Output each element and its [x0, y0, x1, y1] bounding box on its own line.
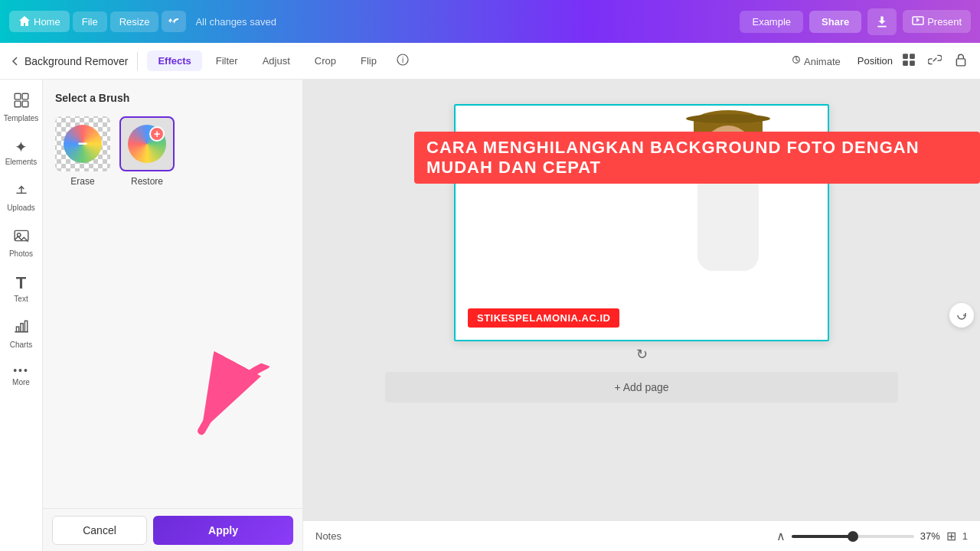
separator [137, 52, 138, 70]
secondbar-right: Animate Position [780, 50, 971, 72]
torso [697, 179, 759, 271]
back-button[interactable]: Background Remover [9, 55, 128, 67]
animate-button[interactable]: Animate [780, 50, 851, 72]
zoom-percent: 37% [920, 530, 940, 542]
topbar-left: Home File Resize All changes saved [9, 11, 276, 32]
sidebar-item-uploads[interactable]: Uploads [3, 175, 40, 218]
arrow-indicator [181, 347, 288, 469]
erase-thumb [55, 116, 110, 171]
svg-rect-16 [20, 324, 22, 332]
restore-thumb: + [119, 116, 175, 171]
tab-crop[interactable]: Crop [304, 51, 347, 71]
tab-effects[interactable]: Effects [147, 51, 201, 71]
svg-text:i: i [402, 56, 403, 64]
charts-icon [13, 318, 30, 339]
right-refresh-button[interactable] [949, 303, 974, 328]
tab-info[interactable]: i [390, 49, 415, 73]
zoom-slider[interactable] [792, 535, 914, 538]
example-button[interactable]: Example [740, 11, 803, 33]
home-button[interactable]: Home [9, 11, 70, 32]
resize-button[interactable]: Resize [110, 11, 159, 32]
present-button[interactable]: Present [903, 10, 971, 33]
main-area: Templates ✦ Elements Uploads Photos T Te… [0, 80, 980, 551]
sidebar-label-templates: Templates [4, 114, 39, 122]
sidebar-label-charts: Charts [10, 341, 32, 349]
zoom-slider-wrap [792, 535, 914, 538]
svg-rect-10 [22, 93, 28, 99]
svg-rect-6 [903, 60, 908, 66]
svg-rect-15 [16, 327, 18, 332]
elements-icon: ✦ [15, 138, 28, 156]
brush-item-erase[interactable]: Erase [55, 116, 110, 187]
panel-title: Background Remover [24, 55, 128, 67]
sidebar-item-photos[interactable]: Photos [3, 221, 40, 264]
chevron-up-icon[interactable]: ∧ [776, 529, 786, 543]
sidebar-label-text: Text [14, 295, 28, 303]
zoom-track [792, 535, 853, 538]
brush-panel: Select a Brush Erase + Restore [43, 80, 303, 551]
sidebar: Templates ✦ Elements Uploads Photos T Te… [0, 80, 43, 551]
sidebar-item-more[interactable]: ••• More [3, 358, 40, 393]
page-count: 1 [962, 530, 968, 542]
file-button[interactable]: File [73, 11, 107, 32]
undo-button[interactable] [162, 11, 186, 32]
sidebar-label-elements: Elements [5, 158, 38, 166]
panel-header: Select a Brush [43, 80, 302, 110]
svg-rect-11 [15, 101, 21, 107]
share-button[interactable]: Share [809, 11, 861, 33]
saved-status: All changes saved [195, 16, 276, 28]
svg-rect-12 [22, 101, 28, 107]
sidebar-label-uploads: Uploads [7, 204, 35, 212]
restore-plus-icon: + [149, 126, 165, 142]
add-page-button[interactable]: + Add page [385, 372, 898, 403]
zoom-dot [848, 531, 858, 542]
hat-brim [686, 114, 770, 123]
photos-icon [13, 227, 30, 248]
svg-rect-9 [15, 93, 21, 99]
brush-grid: Erase + Restore [43, 110, 302, 193]
sidebar-item-templates[interactable]: Templates [3, 86, 40, 129]
notes-label: Notes [315, 530, 341, 542]
svg-rect-17 [24, 321, 27, 331]
tab-flip[interactable]: Flip [350, 51, 387, 71]
lock-icon-button[interactable] [951, 50, 971, 72]
restore-icon: + [128, 125, 166, 163]
erase-label: Erase [70, 176, 94, 187]
erase-icon [64, 125, 102, 163]
download-button[interactable] [867, 8, 897, 35]
rotate-icon[interactable]: ↻ [636, 346, 648, 363]
stikes-badge: STIKESPELAMONIA.AC.ID [468, 308, 619, 328]
text-icon: T [16, 273, 26, 293]
restore-label: Restore [131, 176, 163, 187]
grid-icon-button[interactable] [899, 50, 919, 72]
position-button[interactable]: Position [858, 55, 893, 67]
svg-point-14 [17, 233, 20, 236]
templates-icon [13, 92, 30, 112]
sidebar-item-text[interactable]: T Text [3, 267, 40, 309]
svg-rect-8 [956, 59, 965, 66]
svg-rect-7 [910, 60, 915, 66]
svg-rect-4 [903, 54, 908, 59]
uploads-icon [13, 181, 30, 202]
topbar-right: Example Share Present [740, 8, 971, 35]
svg-rect-5 [910, 54, 915, 59]
link-icon-button[interactable] [925, 50, 945, 72]
sidebar-item-charts[interactable]: Charts [3, 312, 40, 355]
brush-item-restore[interactable]: + Restore [119, 116, 175, 187]
apply-button[interactable]: Apply [153, 516, 293, 545]
sidebar-label-more: More [12, 378, 30, 386]
bottombar: Notes ∧ 37% ⊞ 1 [303, 520, 980, 551]
secondbar: Background Remover Effects Filter Adjust… [0, 43, 980, 80]
sidebar-label-photos: Photos [9, 249, 33, 258]
sidebar-item-elements[interactable]: ✦ Elements [3, 132, 40, 172]
slide-controls: ↻ [454, 346, 829, 363]
panel-footer: Cancel Apply [43, 508, 302, 551]
tutorial-banner: CARA MENGHILANGKAN BACKGROUND FOTO DENGA… [414, 132, 980, 184]
more-icon: ••• [13, 364, 29, 377]
canvas-area: CARA MENGHILANGKAN BACKGROUND FOTO DENGA… [303, 80, 980, 551]
tab-filter[interactable]: Filter [205, 51, 249, 71]
topbar: Home File Resize All changes saved Examp… [0, 0, 980, 43]
tab-adjust[interactable]: Adjust [252, 51, 301, 71]
page-icon[interactable]: ⊞ [946, 529, 956, 543]
cancel-button[interactable]: Cancel [52, 516, 147, 545]
